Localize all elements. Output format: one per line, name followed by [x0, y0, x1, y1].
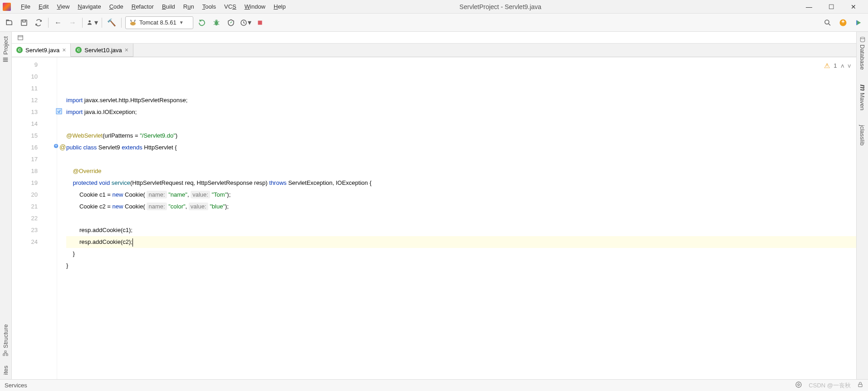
inspection-badge[interactable]: ⚠ 1 ʌ v	[824, 60, 851, 72]
svg-rect-14	[18, 35, 23, 40]
menu-build[interactable]: Build	[158, 2, 179, 11]
line-number: 13	[12, 106, 57, 118]
code-line[interactable]: public class Servlet9 extends HttpServle…	[66, 142, 856, 153]
maven-tool-tab[interactable]: m Maven	[857, 82, 868, 113]
svg-point-6	[825, 20, 829, 24]
code-line[interactable]	[66, 213, 856, 224]
tab-servlet9[interactable]: C Servlet9.java ×	[12, 44, 71, 57]
line-number: 12	[12, 94, 57, 106]
forward-button[interactable]: →	[67, 17, 78, 29]
chevron-down-icon[interactable]: v	[848, 60, 851, 72]
user-menu-button[interactable]: ▾	[86, 17, 98, 29]
line-number: 14	[12, 118, 57, 130]
svg-rect-8	[3, 61, 8, 62]
menu-file[interactable]: File	[17, 2, 34, 11]
code-line[interactable]	[66, 118, 856, 130]
class-icon: C	[75, 47, 82, 53]
structure-tool-tab[interactable]: Structure	[1, 322, 10, 359]
code-line[interactable]: @WebServlet(urlPatterns = "/Servlet9.do"…	[66, 130, 856, 142]
coverage-button[interactable]	[225, 17, 237, 29]
svg-rect-13	[5, 351, 7, 353]
window-controls: — ☐ ✕	[802, 1, 868, 12]
menu-run[interactable]: Run	[180, 2, 198, 11]
line-number: 9	[12, 59, 57, 71]
code-editor[interactable]: @ 9101112131415161718192021222324 ⚠ 1 ʌ …	[12, 57, 856, 379]
line-number: 17	[12, 153, 57, 165]
save-all-button[interactable]	[18, 17, 30, 29]
line-number: 16	[12, 142, 57, 153]
close-button[interactable]: ✕	[847, 1, 860, 12]
debug-button[interactable]	[211, 17, 222, 29]
ide-run-button[interactable]	[853, 17, 864, 29]
ide-status-icon[interactable]	[795, 381, 802, 390]
code-line[interactable]: resp.addCookie(c1);	[66, 224, 856, 236]
profile-button[interactable]: ▾	[240, 17, 251, 29]
line-number: 15	[12, 130, 57, 142]
code-line[interactable]: @Override	[66, 165, 856, 177]
warning-icon: ⚠	[824, 60, 830, 72]
code-line[interactable]: Cookie c1 = new Cookie( name: "name", va…	[66, 189, 856, 201]
chevron-up-icon[interactable]: ʌ	[841, 60, 844, 72]
line-number: 24	[12, 236, 57, 248]
svg-rect-20	[858, 384, 862, 386]
tab-servlet10[interactable]: C Servlet10.java ×	[71, 44, 133, 57]
minimize-button[interactable]: —	[802, 1, 816, 12]
code-line[interactable]	[66, 153, 856, 165]
services-tool-button[interactable]: Services	[5, 382, 27, 389]
code-line[interactable]	[66, 272, 856, 283]
database-tool-tab[interactable]: Database	[858, 34, 867, 73]
svg-point-17	[860, 37, 864, 39]
maximize-button[interactable]: ☐	[825, 1, 838, 12]
stop-button[interactable]	[254, 17, 266, 29]
svg-point-19	[798, 384, 799, 386]
text-cursor	[132, 238, 133, 247]
nav-target-icon[interactable]	[16, 34, 25, 42]
favorites-tool-tab[interactable]: ites	[1, 363, 10, 377]
back-button[interactable]: ←	[52, 17, 64, 29]
sync-button[interactable]	[33, 17, 44, 29]
build-button[interactable]: 🔨	[106, 17, 118, 29]
code-line[interactable]: import java.io.IOException;	[66, 106, 856, 118]
code-line[interactable]: }	[66, 260, 856, 272]
svg-rect-0	[21, 20, 27, 25]
menu-code[interactable]: Code	[106, 2, 127, 11]
rerun-button[interactable]	[196, 17, 208, 29]
svg-rect-9	[3, 59, 8, 60]
code-body[interactable]: ⚠ 1 ʌ v import javax.servlet.http.HttpSe…	[57, 57, 856, 379]
warning-count: 1	[834, 60, 837, 72]
open-button[interactable]	[4, 17, 15, 29]
nav-bar	[12, 32, 856, 44]
title-bar: File Edit View Navigate Code Refactor Bu…	[0, 0, 868, 14]
line-number: 22	[12, 213, 57, 224]
svg-point-2	[130, 22, 136, 25]
run-configuration-dropdown[interactable]: Tomcat 8.5.61 ▼	[125, 16, 193, 29]
svg-rect-12	[3, 354, 5, 356]
lock-icon[interactable]	[857, 381, 863, 389]
project-tool-tab[interactable]: Project	[1, 34, 10, 65]
updates-button[interactable]	[837, 17, 849, 29]
line-number: 20	[12, 189, 57, 201]
code-line[interactable]: import javax.servlet.http.HttpServletRes…	[66, 94, 856, 106]
code-line[interactable]: protected void service(HttpServletReques…	[66, 177, 856, 189]
svg-point-1	[88, 20, 91, 22]
menu-refactor[interactable]: Refactor	[128, 2, 157, 11]
svg-point-3	[215, 20, 218, 25]
code-line[interactable]: resp.addCookie(c2);	[66, 236, 856, 248]
status-bar: Services CSDN @一丧秋	[0, 379, 868, 391]
line-number: 19	[12, 177, 57, 189]
line-gutter: @ 9101112131415161718192021222324	[12, 57, 57, 379]
close-tab-button[interactable]: ×	[62, 46, 66, 54]
window-title: ServletProject - Servlet9.java	[199, 3, 802, 10]
search-button[interactable]	[822, 17, 834, 29]
code-line[interactable]: Cookie c2 = new Cookie( name: "color", v…	[66, 201, 856, 213]
code-line[interactable]: }	[66, 248, 856, 260]
line-number: 10	[12, 71, 57, 83]
close-tab-button[interactable]: ×	[125, 46, 128, 54]
svg-rect-11	[6, 354, 8, 356]
menu-view[interactable]: View	[53, 2, 73, 11]
jclasslib-tool-tab[interactable]: jclasslib	[858, 122, 867, 148]
menu-navigate[interactable]: Navigate	[74, 2, 104, 11]
menu-edit[interactable]: Edit	[35, 2, 52, 11]
tomcat-icon	[129, 19, 137, 26]
svg-rect-5	[258, 20, 262, 25]
